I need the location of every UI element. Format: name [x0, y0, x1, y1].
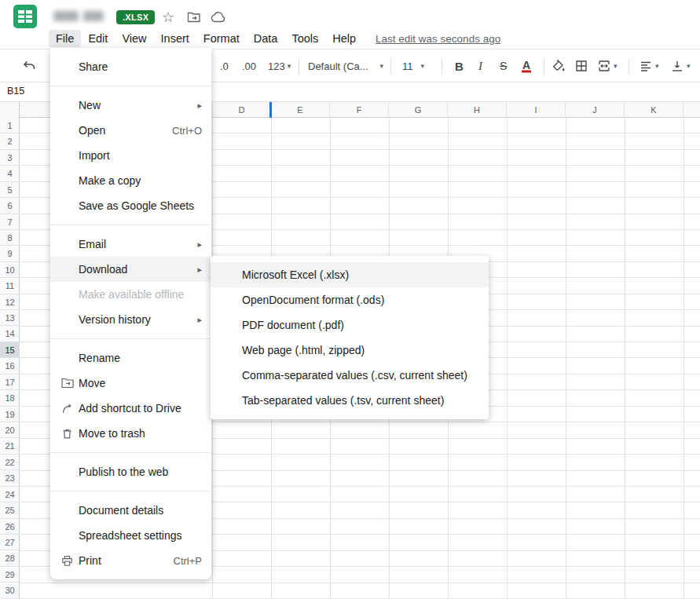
row-header-26[interactable]: 26: [0, 519, 20, 535]
row-header-11[interactable]: 11: [0, 278, 20, 294]
column-header-j[interactable]: J: [566, 102, 625, 118]
submenu-item-web-page-html-zipped[interactable]: Web page (.html, zipped): [211, 338, 489, 363]
row-header-28[interactable]: 28: [0, 550, 20, 566]
row-header-17[interactable]: 17: [0, 374, 20, 390]
merge-cells-button[interactable]: ▾: [597, 59, 618, 73]
document-title-redacted[interactable]: [53, 11, 104, 23]
number-format-button[interactable]: 123 ▾: [268, 60, 291, 71]
menu-item-spreadsheet-settings[interactable]: Spreadsheet settings: [50, 523, 211, 548]
menu-item-open[interactable]: OpenCtrl+O: [50, 118, 211, 143]
column-header-e[interactable]: E: [271, 102, 330, 118]
row-header-2[interactable]: 2: [0, 133, 20, 149]
menubar-item-edit[interactable]: Edit: [81, 30, 115, 47]
last-edit-link[interactable]: Last edit was seconds ago: [376, 33, 500, 45]
increase-decimal-button[interactable]: .00: [242, 60, 256, 71]
menubar-item-data[interactable]: Data: [247, 30, 285, 47]
title-blur-blob: [83, 11, 104, 21]
row-header-23[interactable]: 23: [0, 470, 20, 486]
menu-item-import[interactable]: Import: [50, 143, 211, 168]
menu-item-move-to-trash[interactable]: Move to trash: [50, 421, 211, 446]
row-header-30[interactable]: 30: [0, 583, 20, 598]
row-header-16[interactable]: 16: [0, 358, 20, 374]
menu-item-email[interactable]: Email▸: [50, 232, 211, 257]
column-header-i[interactable]: I: [507, 102, 566, 118]
menu-item-share[interactable]: Share: [50, 54, 211, 79]
chevron-down-icon: ▾: [655, 62, 659, 70]
download-submenu: Microsoft Excel (.xlsx)OpenDocument form…: [211, 256, 489, 419]
name-box[interactable]: B15: [7, 86, 24, 97]
row-header-20[interactable]: 20: [0, 422, 20, 438]
submenu-item-comma-separated-values-csv-current-sheet[interactable]: Comma-separated values (.csv, current sh…: [211, 363, 489, 388]
submenu-item-opendocument-format-ods[interactable]: OpenDocument format (.ods): [211, 287, 489, 312]
menubar-item-view[interactable]: View: [115, 30, 153, 47]
italic-button[interactable]: I: [478, 59, 482, 72]
column-header-k[interactable]: K: [625, 102, 684, 118]
submenu-item-pdf-document-pdf[interactable]: PDF document (.pdf): [211, 312, 489, 338]
row-header-12[interactable]: 12: [0, 294, 20, 310]
row-header-14[interactable]: 14: [0, 326, 20, 342]
row-header-13[interactable]: 13: [0, 310, 20, 326]
sheets-logo-icon[interactable]: [13, 5, 37, 28]
horizontal-align-button[interactable]: ▾: [639, 59, 659, 73]
row-header-4[interactable]: 4: [0, 166, 20, 181]
font-family-select[interactable]: Default (Ca... ▾: [308, 60, 383, 71]
menu-item-print[interactable]: PrintCtrl+P: [50, 548, 211, 573]
row-header-3[interactable]: 3: [0, 150, 20, 166]
row-header-18[interactable]: 18: [0, 390, 20, 406]
bold-button[interactable]: B: [455, 59, 464, 72]
menu-item-rename[interactable]: Rename: [50, 345, 211, 371]
cloud-status-icon[interactable]: [211, 11, 226, 27]
menu-item-document-details[interactable]: Document details: [50, 498, 211, 523]
row-header-10[interactable]: 10: [0, 262, 20, 278]
menu-item-version-history[interactable]: Version history▸: [50, 307, 211, 332]
row-header-21[interactable]: 21: [0, 438, 20, 454]
vertical-align-button[interactable]: ▾: [670, 59, 691, 73]
menu-item-label: Move to trash: [79, 427, 145, 440]
row-header-7[interactable]: 7: [0, 214, 20, 230]
menu-item-label: Publish to the web: [79, 466, 168, 478]
row-header-1[interactable]: 1: [0, 118, 20, 133]
menu-item-new[interactable]: New▸: [50, 93, 211, 118]
row-header-8[interactable]: 8: [0, 230, 20, 246]
column-header-h[interactable]: H: [448, 102, 507, 118]
column-header-d[interactable]: D: [212, 102, 271, 118]
grid-column-line: [507, 118, 508, 599]
decrease-decimal-button[interactable]: .0: [220, 60, 229, 71]
menubar-item-help[interactable]: Help: [325, 30, 363, 47]
menu-item-make-a-copy[interactable]: Make a copy: [50, 168, 211, 193]
row-header-9[interactable]: 9: [0, 246, 20, 261]
row-header-5[interactable]: 5: [0, 182, 20, 198]
column-header-g[interactable]: G: [389, 102, 448, 118]
row-header-29[interactable]: 29: [0, 567, 20, 583]
row-header-19[interactable]: 19: [0, 407, 20, 422]
text-color-button[interactable]: A: [522, 59, 531, 72]
row-header-15[interactable]: 15: [0, 342, 20, 358]
cloud-glyph: [211, 11, 226, 23]
menubar-item-insert[interactable]: Insert: [154, 30, 196, 47]
menu-item-publish-to-the-web[interactable]: Publish to the web: [50, 459, 211, 484]
row-header-25[interactable]: 25: [0, 502, 20, 518]
row-header-6[interactable]: 6: [0, 198, 20, 214]
menu-item-move[interactable]: Move: [50, 371, 211, 396]
menubar-item-format[interactable]: Format: [196, 30, 247, 47]
menu-item-label: Email: [79, 238, 106, 250]
menu-item-add-shortcut-to-drive[interactable]: Add shortcut to Drive: [50, 396, 211, 421]
submenu-item-microsoft-excel-xlsx[interactable]: Microsoft Excel (.xlsx): [211, 262, 489, 287]
menubar-item-tools[interactable]: Tools: [284, 30, 325, 47]
font-size-select[interactable]: 11 ▾: [402, 60, 424, 71]
row-header-22[interactable]: 22: [0, 455, 20, 470]
borders-button[interactable]: [574, 59, 588, 73]
fill-color-button[interactable]: [552, 59, 566, 73]
move-folder-icon[interactable]: [187, 11, 203, 27]
strikethrough-button[interactable]: S: [500, 60, 507, 72]
submenu-item-tab-separated-values-tsv-current-sheet[interactable]: Tab-separated values (.tsv, current shee…: [211, 388, 489, 413]
row-header-24[interactable]: 24: [0, 487, 20, 502]
menu-item-download[interactable]: Download▸: [50, 257, 211, 282]
menu-item-save-as-google-sheets[interactable]: Save as Google Sheets: [50, 193, 211, 218]
column-header-f[interactable]: F: [330, 102, 389, 118]
row-header-27[interactable]: 27: [0, 535, 20, 550]
select-all-corner[interactable]: [0, 102, 20, 118]
star-icon[interactable]: ☆: [160, 9, 176, 25]
undo-button[interactable]: [22, 60, 36, 72]
menubar-item-file[interactable]: File: [49, 30, 81, 47]
